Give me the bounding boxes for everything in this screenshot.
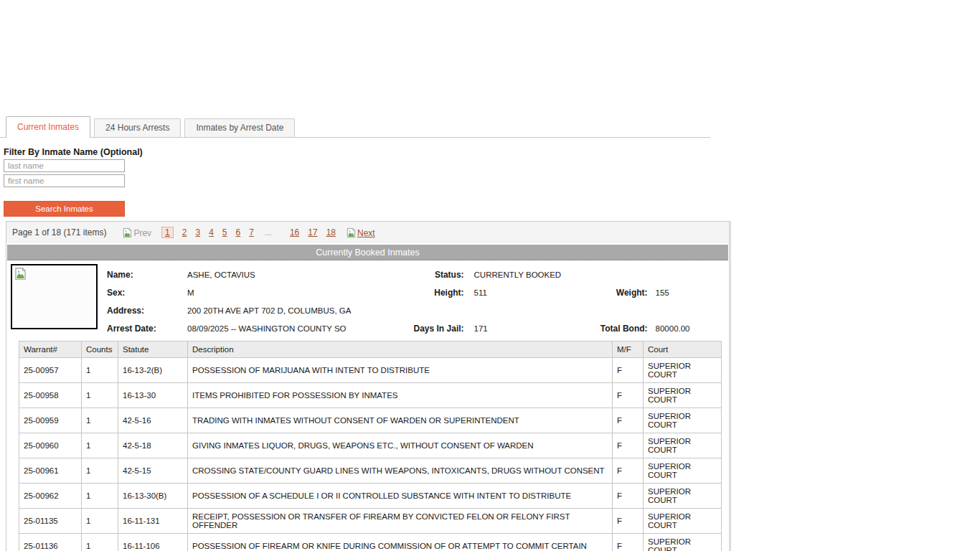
- next-label: Next: [357, 228, 375, 238]
- column-header-description: Description: [188, 342, 613, 358]
- charge-cell-counts: 1: [82, 484, 118, 509]
- search-inmates-button[interactable]: Search Inmates: [4, 201, 125, 217]
- inmate-arrest-date: 08/09/2025 -- WASHINGTON COUNTY SO: [187, 319, 347, 337]
- address-label: Address:: [107, 301, 187, 319]
- charge-cell-mf: F: [613, 484, 644, 509]
- inmate-total-bond: 80000.00: [648, 319, 690, 337]
- tab-bar: Current Inmates24 Hours ArrestsInmates b…: [0, 116, 710, 138]
- charge-cell-mf: F: [613, 383, 644, 408]
- charge-cell-warrant: 25-01135: [19, 509, 82, 534]
- page-link-3[interactable]: 3: [195, 227, 200, 237]
- prev-label: Prev: [133, 228, 151, 238]
- charge-cell-counts: 1: [82, 433, 118, 458]
- charge-cell-warrant: 25-00958: [19, 383, 82, 408]
- charge-cell-mf: F: [613, 509, 644, 534]
- charge-cell-statute: 16-11-131: [118, 509, 188, 534]
- charge-cell-counts: 1: [82, 383, 118, 408]
- charge-cell-description: TRADING WITH INMATES WITHOUT CONSENT OF …: [188, 408, 613, 433]
- charge-cell-counts: 1: [82, 358, 118, 383]
- charge-row: 25-00960142-5-18GIVING INMATES LIQUOR, D…: [19, 433, 722, 458]
- column-header-mf: M/F: [613, 342, 644, 358]
- page-links: 1234567...161718: [157, 227, 340, 237]
- charge-cell-court: SUPERIOR COURT: [644, 433, 722, 458]
- charge-cell-mf: F: [613, 534, 644, 551]
- charge-cell-statute: 42-5-15: [118, 458, 188, 484]
- page-link-6[interactable]: 6: [236, 227, 241, 237]
- weight-label: Weight:: [567, 283, 648, 301]
- charge-cell-court: SUPERIOR COURT: [644, 484, 722, 509]
- charge-cell-mf: F: [613, 458, 644, 484]
- charge-row: 25-00962116-13-30(B)POSSESSION OF A SCHE…: [19, 484, 722, 509]
- first-name-input[interactable]: [4, 174, 125, 187]
- charge-row: 25-01136116-11-106POSSESSION OF FIREARM …: [19, 534, 722, 551]
- charge-cell-court: SUPERIOR COURT: [644, 458, 722, 484]
- inmate-detail-table: Name: ASHE, OCTAVIUS Status: CURRENTLY B…: [107, 265, 690, 337]
- charge-cell-court: SUPERIOR COURT: [644, 534, 722, 551]
- roster-panel: Page 1 of 18 (171 items) Prev 1234567...…: [6, 221, 731, 551]
- charge-cell-description: GIVING INMATES LIQUOR, DRUGS, WEAPONS ET…: [188, 433, 613, 458]
- page-link-16[interactable]: 16: [290, 227, 299, 237]
- column-header-statute: Statute: [118, 342, 188, 358]
- charge-cell-warrant: 25-00961: [19, 458, 82, 484]
- next-button[interactable]: Next: [346, 227, 375, 238]
- page-link-7[interactable]: 7: [249, 227, 254, 237]
- page-link-17[interactable]: 17: [308, 227, 317, 237]
- charge-cell-court: SUPERIOR COURT: [644, 383, 722, 408]
- charge-row: 25-00958116-13-30ITEMS PROHIBITED FOR PO…: [19, 383, 722, 408]
- charge-cell-counts: 1: [82, 509, 118, 534]
- page-ellipsis: ...: [265, 227, 272, 237]
- status-label: Status:: [347, 265, 464, 283]
- charge-cell-mf: F: [613, 433, 644, 458]
- last-name-input[interactable]: [4, 159, 125, 172]
- page-link-18[interactable]: 18: [326, 227, 336, 237]
- inmate-name: ASHE, OCTAVIUS: [187, 265, 347, 283]
- page-link-1[interactable]: 1: [161, 227, 174, 238]
- charge-row: 25-00961142-5-15CROSSING STATE/COUNTY GU…: [19, 458, 722, 484]
- charge-cell-description: RECEIPT, POSSESSION OR TRANSFER OF FIREA…: [188, 509, 613, 534]
- page-link-5[interactable]: 5: [222, 227, 227, 237]
- charge-cell-statute: 42-5-16: [118, 408, 188, 433]
- inmate-address: 200 20TH AVE APT 702 D, COLUMBUS, GA: [187, 301, 690, 319]
- pagination-summary: Page 1 of 18 (171 items): [12, 227, 106, 237]
- tab-inmates-by-arrest-date[interactable]: Inmates by Arrest Date: [184, 118, 295, 137]
- inmate-height: 511: [464, 283, 567, 301]
- charge-cell-court: SUPERIOR COURT: [644, 509, 722, 534]
- charges-tbody: 25-00957116-13-2(B)POSSESSION OF MARIJUA…: [19, 358, 722, 551]
- inmate-days-in-jail: 171: [464, 319, 567, 337]
- charge-cell-mf: F: [613, 408, 644, 433]
- charge-cell-warrant: 25-00959: [19, 408, 82, 433]
- arrest-date-label: Arrest Date:: [107, 319, 187, 337]
- charge-cell-description: POSSESSION OF A SCHEDULE I OR II CONTROL…: [188, 484, 613, 509]
- charge-cell-warrant: 25-00960: [19, 433, 82, 458]
- charges-header-row: Warrant#CountsStatuteDescriptionM/FCourt: [19, 342, 722, 358]
- charge-cell-warrant: 25-00957: [19, 358, 82, 383]
- days-in-jail-label: Days In Jail:: [347, 319, 464, 337]
- inmate-detail: Name: ASHE, OCTAVIUS Status: CURRENTLY B…: [6, 260, 729, 335]
- charge-cell-statute: 16-13-30(B): [118, 484, 188, 509]
- charge-cell-counts: 1: [82, 458, 118, 484]
- column-header-counts: Counts: [82, 342, 118, 358]
- height-label: Height:: [347, 283, 464, 301]
- column-header-court: Court: [644, 342, 722, 358]
- sex-label: Sex:: [107, 283, 187, 301]
- charge-cell-court: SUPERIOR COURT: [644, 358, 722, 383]
- page-link-4[interactable]: 4: [209, 227, 214, 237]
- total-bond-label: Total Bond:: [567, 319, 648, 337]
- charge-cell-statute: 42-5-18: [118, 433, 188, 458]
- charges-table: Warrant#CountsStatuteDescriptionM/FCourt…: [19, 341, 722, 551]
- inmate-weight: 155: [648, 283, 690, 301]
- page-link-2[interactable]: 2: [182, 227, 187, 237]
- inmate-status: CURRENTLY BOOKED: [464, 265, 690, 283]
- tab-current-inmates[interactable]: Current Inmates: [6, 116, 90, 138]
- charge-cell-counts: 1: [82, 408, 118, 433]
- broken-image-icon: [346, 227, 357, 238]
- charge-cell-warrant: 25-01136: [19, 534, 82, 551]
- charge-cell-warrant: 25-00962: [19, 484, 82, 509]
- charge-cell-description: POSSESSION OF FIREARM OR KNIFE DURING CO…: [188, 534, 613, 551]
- prev-button[interactable]: Prev: [122, 227, 151, 238]
- filter-title: Filter By Inmate Name (Optional): [4, 147, 143, 157]
- tab-24-hours-arrests[interactable]: 24 Hours Arrests: [94, 118, 181, 137]
- charge-row: 25-01135116-11-131RECEIPT, POSSESSION OR…: [19, 509, 722, 534]
- inmate-photo: [11, 264, 98, 329]
- broken-image-icon: [122, 227, 133, 238]
